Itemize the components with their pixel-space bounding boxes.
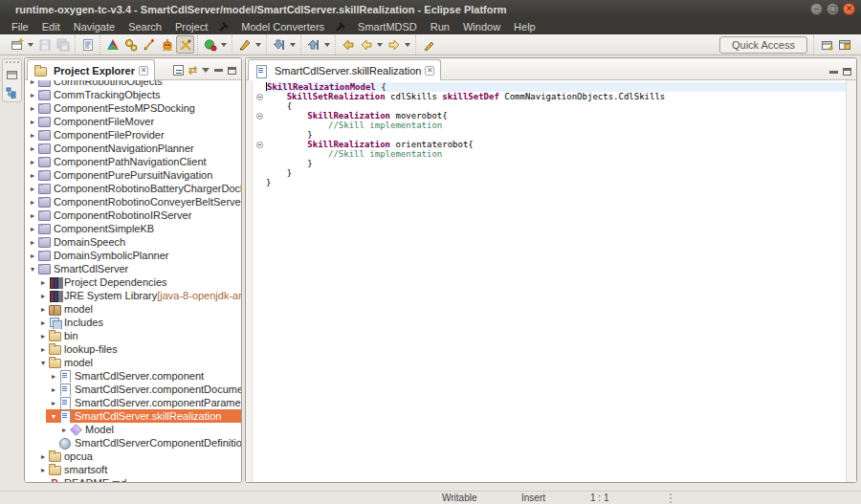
tree-row[interactable]: ▸ opcua: [25, 449, 241, 463]
expander-icon[interactable]: ▸: [28, 185, 37, 193]
back-dropdown-arrow[interactable]: [377, 43, 383, 47]
new-dropdown-arrow[interactable]: [28, 43, 33, 47]
expander-icon[interactable]: ▾: [38, 359, 48, 367]
expander-icon[interactable]: ▸: [28, 131, 37, 140]
tree-row[interactable]: ▸ SmartCdlServer.componentDocumentation: [25, 383, 241, 396]
code-line[interactable]: }: [266, 178, 846, 187]
tree-row[interactable]: ▸ ComponentFileProvider: [25, 128, 241, 142]
annotation-ruler[interactable]: [246, 80, 253, 482]
maximize-view-icon[interactable]: [843, 68, 851, 76]
view-menu-icon[interactable]: [202, 68, 210, 73]
tree-row-body[interactable]: ▾ model: [35, 356, 241, 369]
menu-window[interactable]: Window: [456, 21, 507, 33]
tree-row[interactable]: ▸ ComponentPurePursuitNavigation: [25, 168, 241, 182]
run-dropdown-arrow[interactable]: [221, 43, 227, 47]
tree-row-body[interactable]: ▸ opcua: [35, 449, 241, 463]
code-line[interactable]: }: [266, 130, 846, 140]
smartmdsd-doc-button[interactable]: [78, 35, 97, 54]
menu-edit[interactable]: Edit: [35, 21, 67, 33]
clean-broom-button[interactable]: [140, 35, 158, 54]
expander-icon[interactable]: ▸: [38, 292, 48, 300]
trim-drag-handle[interactable]: [6, 61, 19, 64]
tree-row-body[interactable]: ▸ bin: [35, 329, 241, 342]
expander-icon[interactable]: ▸: [38, 466, 48, 474]
expander-icon[interactable]: ▸: [28, 171, 37, 180]
tree-row[interactable]: ▸ ComponentRobotinoIRServer: [25, 208, 241, 222]
tree-row-body[interactable]: ▸ model: [35, 302, 241, 316]
tree-row-body[interactable]: ▸ Project Dependencies: [35, 275, 241, 289]
tree-row-body[interactable]: ▸ ComponentRobotinoBatteryChargerDocking: [25, 182, 241, 195]
tree-row-body[interactable]: ▸ ComponentFileMover: [25, 115, 241, 128]
code-area[interactable]: SkillRealizationModel {SkillSetRealizati…: [266, 80, 846, 482]
close-view-icon[interactable]: ✕: [139, 66, 148, 76]
tree-row[interactable]: ▸ ComponentRobotinoBatteryChargerDocking: [25, 182, 241, 195]
robot-button[interactable]: [158, 35, 176, 54]
tree-row-body[interactable]: ▸ ComponentPathNavigationClient: [25, 155, 241, 168]
tree-row-body[interactable]: ▾ SmartCdlServer: [25, 262, 241, 275]
menu-smartmdsd[interactable]: SmartMDSD: [351, 21, 424, 33]
generate-gears-button[interactable]: [121, 35, 140, 54]
tree-row[interactable]: README.md: [25, 476, 241, 482]
fold-collapse-icon[interactable]: [256, 142, 263, 148]
outline-view-button[interactable]: [4, 85, 21, 99]
expander-icon[interactable]: ▸: [28, 238, 37, 247]
maximize-window-button[interactable]: ◻: [827, 3, 839, 15]
tree-row-body[interactable]: ▸ ComponentRobotinoConveyerBeltServer_OP…: [25, 195, 241, 208]
mark-pen-button[interactable]: [419, 35, 437, 54]
tree-row[interactable]: ▸ DomainSpeech: [25, 235, 241, 249]
tree-row-body[interactable]: ▸ Model: [56, 423, 241, 436]
expander-icon[interactable]: ▸: [38, 278, 48, 287]
tree-row-body[interactable]: ▸ ComponentFileProvider: [25, 128, 241, 142]
project-tree[interactable]: ▸ CommRobotinoObjects ▸ CommTrackingObje…: [25, 80, 241, 482]
menu-model-converters[interactable]: Model Converters: [234, 21, 331, 33]
tree-row[interactable]: ▾ SmartCdlServer.skillRealization: [25, 409, 241, 423]
expander-icon[interactable]: ▸: [28, 158, 37, 166]
menu-search[interactable]: Search: [121, 21, 168, 33]
expander-icon[interactable]: ▸: [49, 385, 58, 394]
tree-row[interactable]: ▸ SmartCdlServer.component: [25, 369, 241, 383]
expander-icon[interactable]: ▸: [38, 452, 48, 461]
restore-view-button[interactable]: [4, 68, 21, 82]
minimize-window-button[interactable]: −: [810, 3, 823, 15]
menu-navigate[interactable]: Navigate: [67, 21, 121, 33]
tree-row-body[interactable]: ▸ SmartCdlServer.component: [46, 369, 241, 383]
forward-button[interactable]: [385, 35, 403, 54]
tree-row-body[interactable]: ▸ ComponentNavigationPlanner: [25, 142, 241, 155]
tree-row[interactable]: ▸ smartsoft: [25, 463, 241, 476]
tree-row[interactable]: ▸ ComponentRobotinoConveyerBeltServer_OP…: [25, 195, 241, 208]
expander-icon[interactable]: ▸: [28, 144, 37, 153]
tree-row-body[interactable]: ▸ ComponentFestoMPSDocking: [25, 101, 241, 115]
expander-icon[interactable]: ▸: [28, 225, 37, 233]
tree-row[interactable]: ▾ model: [25, 356, 241, 369]
tree-row[interactable]: ▸ JRE System Library [java-8-openjdk-amd…: [25, 289, 241, 302]
menu-file[interactable]: File: [5, 21, 35, 33]
run-generator-button[interactable]: [201, 35, 219, 54]
open-perspective-button[interactable]: [817, 35, 835, 54]
tree-row[interactable]: ▸ lookup-files: [25, 342, 241, 356]
import-button[interactable]: [270, 35, 288, 54]
fold-collapse-icon[interactable]: [256, 113, 263, 120]
tree-row[interactable]: ▸ ComponentFestoMPSDocking: [25, 101, 241, 115]
tree-row-body[interactable]: ▾ SmartCdlServer.skillRealization: [46, 409, 241, 423]
tree-row[interactable]: ▸ ComponentNavigationPlanner: [25, 142, 241, 155]
expander-icon[interactable]: ▸: [28, 211, 37, 220]
tree-row-body[interactable]: README.md: [35, 476, 241, 482]
tree-row-body[interactable]: ▸ Includes: [35, 316, 241, 329]
tree-row[interactable]: ▸ Includes: [25, 316, 241, 329]
expander-icon[interactable]: ▾: [28, 265, 37, 274]
tree-row-body[interactable]: ▸ SmartCdlServer.componentParameters: [46, 396, 241, 409]
tree-row-body[interactable]: ▸ CommRobotinoObjects: [25, 80, 241, 88]
tree-row[interactable]: ▸ model: [25, 302, 241, 316]
expander-icon[interactable]: ▾: [49, 412, 58, 421]
expander-icon[interactable]: ▸: [28, 252, 37, 260]
tree-row-body[interactable]: ▸ ComponentPurePursuitNavigation: [25, 168, 241, 182]
new-wizard-button[interactable]: [8, 35, 26, 54]
code-line[interactable]: SkillRealizationModel {: [266, 82, 846, 92]
tab-project-explorer[interactable]: Project Explorer ✕: [27, 59, 155, 80]
tree-row-body[interactable]: ▸ ComponentSimpleKB: [25, 222, 241, 235]
collapse-all-icon[interactable]: [173, 65, 184, 76]
expander-icon[interactable]: ▸: [49, 399, 58, 407]
tree-row[interactable]: ▸ Model: [25, 423, 241, 436]
tab-editor-skillrealization[interactable]: SmartCdlServer.skillRealization ✕: [248, 59, 441, 80]
last-edit-location-button[interactable]: [339, 35, 357, 54]
